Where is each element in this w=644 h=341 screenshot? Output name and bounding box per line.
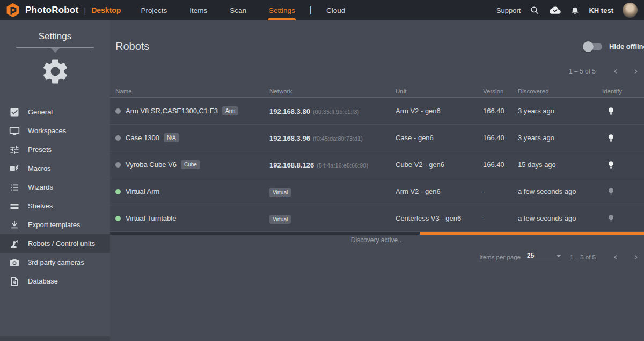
robot-name: Arm V8 SR,CASE1300,C1:F3 [126, 107, 218, 115]
discovered-cell: a few seconds ago [518, 187, 602, 195]
product-name: Desktop [91, 6, 121, 14]
sidebar-item-label: Presets [28, 146, 52, 154]
next-page-icon[interactable] [632, 253, 640, 261]
pagination-range: 1 – 5 of 5 [570, 254, 596, 260]
robots-panel: Robots Hide offline units 1 – 5 of 5 Nam… [110, 20, 644, 341]
robot-name: Case 1300 [126, 134, 159, 142]
robot-name: Virtual Arm [126, 187, 159, 195]
progress-active-segment [420, 232, 644, 235]
unit-cell: Centerless V3 - gen6 [396, 214, 483, 222]
sidebar-item-workspaces[interactable]: Workspaces [0, 121, 110, 140]
identify-bulb-icon[interactable] [606, 213, 644, 224]
items-per-page-label: Items per page [479, 254, 521, 260]
column-header-discovered: Discovered [518, 88, 602, 95]
support-link[interactable]: Support [496, 6, 521, 14]
search-icon[interactable] [530, 5, 539, 15]
sidebar-item-presets[interactable]: Presets [0, 140, 110, 159]
hide-offline-toggle[interactable]: Hide offline units [584, 42, 644, 50]
sidebar-item-label: General [28, 108, 53, 116]
discovery-status-text: Discovery active... [110, 236, 644, 244]
nav-tab-settings[interactable]: Settings [258, 0, 306, 20]
table-header: NameNetworkUnitVersionDiscoveredIdentify [110, 85, 644, 97]
toggle-track[interactable] [584, 43, 602, 50]
sidebar-item-macros[interactable]: Macros [0, 159, 110, 178]
unit-cell: Arm V2 - gen6 [396, 187, 483, 195]
column-header-version: Version [483, 88, 518, 95]
items-per-page-select[interactable]: 25 [527, 252, 561, 262]
sidebar-item-robots-control-units[interactable]: Robots / Control units [0, 234, 110, 253]
network-cell: 192.168.3.80(00:35:ff:9b:c1:f3) [269, 106, 396, 116]
status-dot [115, 162, 121, 168]
version-cell: - [483, 187, 518, 195]
discovery-progress-bar [110, 232, 644, 235]
name-cell: Virtual Arm [115, 187, 269, 195]
user-avatar[interactable] [623, 3, 638, 18]
identify-bulb-icon[interactable] [606, 133, 644, 143]
list-icon [9, 182, 20, 193]
identify-bulb-icon[interactable] [606, 159, 644, 170]
network-cell: 192.168.8.126(54:4a:16:e5:66:98) [269, 160, 396, 170]
robot-arm-icon [9, 238, 20, 250]
notifications-bell-icon[interactable] [570, 5, 580, 15]
discovered-cell: 3 years ago [518, 107, 602, 115]
user-name[interactable]: KH test [589, 6, 613, 14]
download-icon [9, 219, 20, 231]
identify-cell [602, 159, 644, 170]
page-title: Robots [115, 40, 149, 53]
sidebar-item-label: Robots / Control units [28, 240, 95, 248]
checkbox-icon [9, 106, 20, 118]
sidebar-title: Settings [0, 31, 110, 42]
table-row[interactable]: Virtual ArmVirtualArm V2 - gen6-a few se… [110, 178, 644, 205]
mac-address: (54:4a:16:e5:66:98) [317, 162, 368, 169]
sidebar-item-wizards[interactable]: Wizards [0, 178, 110, 197]
status-dot [115, 189, 121, 194]
sidebar-item-3rd-party-cameras[interactable]: 3rd party cameras [0, 253, 110, 272]
nav-tab-scan[interactable]: Scan [218, 0, 258, 20]
name-cell: Virtual Turntable [115, 214, 269, 222]
toggle-knob[interactable] [583, 41, 594, 52]
sidebar-item-export-templates[interactable]: Export templates [0, 215, 110, 234]
nav-divider: | [306, 5, 315, 15]
sidebar-item-label: Workspaces [28, 127, 66, 135]
robots-table: Arm V8 SR,CASE1300,C1:F3Arm192.168.3.80(… [110, 98, 644, 232]
robot-name: Vyroba Cube V6 [126, 161, 177, 169]
next-page-icon[interactable] [632, 68, 640, 75]
table-row[interactable]: Vyroba Cube V6Cube192.168.8.126(54:4a:16… [110, 151, 644, 178]
column-header-network: Network [269, 88, 396, 95]
previous-page-icon[interactable] [612, 68, 619, 75]
sidebar-menu: GeneralWorkspacesPresetsMacrosWizardsShe… [0, 103, 110, 291]
sidebar-item-label: Database [28, 277, 58, 285]
version-cell: 166.40 [483, 107, 518, 115]
monitor-icon [9, 125, 20, 137]
name-cell: Case 1300N/A [115, 133, 269, 142]
sidebar-item-label: Wizards [28, 183, 53, 191]
sidebar-scrollbar[interactable] [0, 336, 110, 341]
tune-icon [9, 144, 20, 156]
table-row[interactable]: Case 1300N/A192.168.3.96(f0:45:da:80:73:… [110, 125, 644, 151]
virtual-badge: Virtual [269, 188, 291, 197]
mac-address: (00:35:ff:9b:c1:f3) [313, 108, 359, 115]
nav-tab-projects[interactable]: Projects [129, 0, 178, 20]
ip-address: 192.168.3.80 [269, 107, 310, 115]
identify-cell [602, 213, 644, 224]
brand-separator: | [84, 6, 86, 15]
identify-cell [602, 106, 644, 117]
nav-tab-items[interactable]: Items [178, 0, 218, 20]
identify-bulb-icon[interactable] [606, 186, 644, 197]
sidebar-item-general[interactable]: General [0, 103, 110, 121]
dropdown-caret-icon [556, 255, 561, 257]
shelves-icon [9, 200, 20, 212]
sidebar-pointer-rule [16, 47, 94, 48]
cloud-sync-icon[interactable] [548, 5, 561, 15]
sidebar-item-database[interactable]: Database [0, 272, 110, 291]
brand-name: PhotoRobot [25, 5, 78, 16]
sidebar-item-shelves[interactable]: Shelves [0, 197, 110, 215]
nav-tab-cloud[interactable]: Cloud [315, 0, 356, 20]
sidebar-item-label: Shelves [28, 202, 53, 210]
previous-page-icon[interactable] [612, 253, 619, 261]
identify-bulb-icon[interactable] [606, 106, 644, 117]
ip-address: 192.168.8.126 [269, 161, 314, 169]
table-row[interactable]: Arm V8 SR,CASE1300,C1:F3Arm192.168.3.80(… [110, 98, 644, 125]
settings-gear-icon [0, 56, 110, 86]
table-row[interactable]: Virtual TurntableVirtualCenterless V3 - … [110, 205, 644, 232]
